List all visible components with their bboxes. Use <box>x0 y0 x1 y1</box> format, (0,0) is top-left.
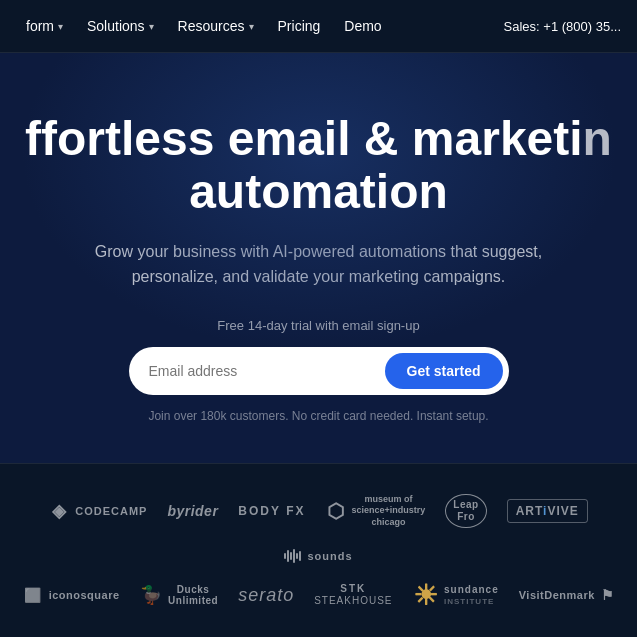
email-input[interactable] <box>149 363 385 379</box>
logo-serato: serato <box>238 585 294 606</box>
logo-sounds: sounds <box>284 549 352 563</box>
hero-title-line2: automation <box>189 165 448 218</box>
logos-section: ◈ CODECAMP byrider BODY FX ⬡ museum ofsc… <box>0 463 637 637</box>
chevron-down-icon: ▾ <box>149 21 154 32</box>
logo-sundance: ☀ sundanceINSTITUTE <box>413 579 499 612</box>
museum-icon: ⬡ <box>325 501 345 521</box>
nav-pricing[interactable]: Pricing <box>268 12 331 40</box>
logo-artivive: ARTiVIVE <box>507 499 588 523</box>
iconosquare-icon: ⬜ <box>23 585 43 605</box>
hero-subtitle: Grow your business with AI-powered autom… <box>79 239 559 290</box>
logos-row-1: ◈ CODECAMP byrider BODY FX ⬡ museum ofsc… <box>20 494 617 563</box>
email-form: Get started <box>129 347 509 395</box>
logo-iconosquare: ⬜ iconosquare <box>23 585 120 605</box>
logos-row-2: ⬜ iconosquare 🦆 DucksUnlimited serato ST… <box>20 579 617 612</box>
nav-items: form ▾ Solutions ▾ Resources ▾ Pricing D… <box>16 12 504 40</box>
ducks-icon: 🦆 <box>140 584 163 606</box>
logo-visitdenmark: VisitDenmark ⚑ <box>519 587 615 603</box>
denmark-icon: ⚑ <box>601 587 615 603</box>
waveform-icon <box>284 549 301 563</box>
nav-resources[interactable]: Resources ▾ <box>168 12 264 40</box>
hero-title-line1: ffortless email & marketin <box>25 112 612 165</box>
logo-museum: ⬡ museum ofscience+industrychicago <box>325 494 425 529</box>
nav-platform[interactable]: form ▾ <box>16 12 73 40</box>
logo-stk: STKSTEAKHOUSE <box>314 583 392 607</box>
sundance-icon: ☀ <box>413 579 439 612</box>
nav-resources-label: Resources <box>178 18 245 34</box>
hero-section: ffortless email & marketin automation Gr… <box>0 53 637 463</box>
navbar: form ▾ Solutions ▾ Resources ▾ Pricing D… <box>0 0 637 53</box>
logo-byrider: byrider <box>167 503 218 519</box>
logo-leapfrog: LeapFro <box>445 494 486 528</box>
logo-bodyfx: BODY FX <box>238 504 305 518</box>
nav-solutions-label: Solutions <box>87 18 145 34</box>
nav-solutions[interactable]: Solutions ▾ <box>77 12 164 40</box>
chevron-down-icon: ▾ <box>58 21 63 32</box>
hero-trial-label: Free 14-day trial with email sign-up <box>20 318 617 333</box>
hero-title: ffortless email & marketin automation <box>20 113 617 219</box>
hero-disclaimer: Join over 180k customers. No credit card… <box>20 409 617 423</box>
nav-demo[interactable]: Demo <box>334 12 391 40</box>
codecamp-icon: ◈ <box>49 501 69 521</box>
get-started-button[interactable]: Get started <box>385 353 503 389</box>
nav-sales: Sales: +1 (800) 35... <box>504 19 621 34</box>
logo-codecamp: ◈ CODECAMP <box>49 501 147 521</box>
nav-platform-label: form <box>26 18 54 34</box>
chevron-down-icon: ▾ <box>249 21 254 32</box>
logo-ducks-unlimited: 🦆 DucksUnlimited <box>140 584 219 606</box>
